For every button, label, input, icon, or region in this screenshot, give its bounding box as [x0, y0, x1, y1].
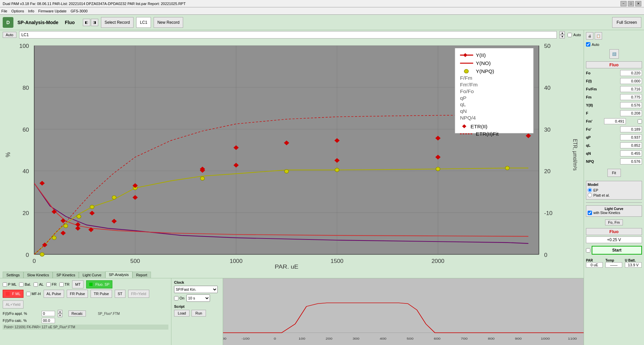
fluo-header: Fluo [586, 61, 642, 68]
tab-sp-kinetics[interactable]: SP Kinetics [53, 272, 79, 278]
auto-checkbox[interactable] [568, 33, 572, 37]
p-ml-check[interactable]: P ML [3, 282, 16, 287]
maximize-button[interactable]: □ [628, 1, 634, 6]
menu-options[interactable]: Options [11, 9, 24, 13]
menu-firmware[interactable]: Firmware Update [38, 9, 66, 13]
svg-text:ETR(II): ETR(II) [471, 124, 487, 129]
svg-text:40: 40 [22, 168, 29, 174]
toolbar: D SP-Analysis-Mode Fluo ◧ ◨ Select Recor… [0, 15, 644, 30]
svg-text:0: 0 [33, 258, 36, 264]
tab-bar: Settings Slow Kinetics SP Kinetics Light… [0, 270, 584, 278]
tab-sp-analysis[interactable]: SP-Analysis [105, 271, 132, 278]
fm-prime-checkbox[interactable] [638, 119, 642, 124]
f-ml-button[interactable]: F ML [3, 290, 23, 298]
mini-chart: 200 -100 0 100 200 300 400 500 600 700 8… [223, 278, 584, 345]
mf-h-checkbox[interactable] [26, 292, 31, 296]
svg-point-60 [505, 166, 509, 170]
fi-fo-calc-input[interactable] [42, 318, 55, 323]
tab-report[interactable]: Report [132, 272, 151, 278]
al-check[interactable]: AL [34, 282, 43, 287]
tr-checkbox[interactable] [59, 282, 64, 287]
clock-mode-select[interactable]: SP/Fast Kin. [174, 286, 218, 293]
menubar: File Options Info Firmware Update GFS-30… [0, 7, 644, 15]
ep-label: EP [593, 188, 598, 192]
svg-text:1500: 1500 [331, 258, 343, 264]
fr-checkbox[interactable] [46, 282, 51, 287]
close-button[interactable]: ✕ [635, 1, 641, 6]
record-name-input[interactable] [19, 31, 557, 39]
bal-check[interactable]: Bal. [19, 282, 31, 287]
new-record-button[interactable]: New Record [154, 17, 183, 28]
auto-right-checkbox[interactable] [586, 42, 590, 47]
fi-row: F(I) 0.000 [586, 78, 642, 84]
fi-fo-appl-down[interactable]: ▼ [58, 314, 62, 317]
svg-text:1100: 1100 [568, 337, 577, 340]
record-down-button[interactable]: ▼ [559, 35, 565, 39]
svg-text:30: 30 [544, 127, 550, 132]
recalc-button[interactable]: Recalc [68, 310, 86, 317]
al-checkbox[interactable] [34, 282, 38, 287]
on-checkbox[interactable] [174, 296, 178, 300]
select-record-button[interactable]: Select Record [101, 17, 133, 28]
svg-text:ETR(II)Fit: ETR(II)Fit [476, 131, 499, 137]
run-button[interactable]: Run [192, 310, 206, 317]
fi-fo-appl-label: F(I)/Fo appl. % [3, 312, 40, 316]
menu-gfs[interactable]: GFS-3000 [70, 9, 88, 13]
fr-pulse-button[interactable]: FR Pulse [67, 290, 88, 298]
fullscreen-button[interactable]: Full Screen [612, 17, 641, 28]
auto-button[interactable]: Auto [3, 32, 16, 38]
main-area: Auto ▲ ▼ Auto [0, 30, 644, 345]
par-temp-ubatt-row: PAR 0 uE Temp —— U Batt. 13.9 V [586, 258, 642, 268]
tr-pulse-button[interactable]: TR Pulse [91, 290, 112, 298]
fluo-label: Fluo [65, 20, 75, 25]
record-up-button[interactable]: ▲ [559, 31, 565, 35]
fi-fo-appl-up[interactable]: ▲ [58, 310, 62, 314]
svg-text:900: 900 [515, 337, 522, 340]
calculator-icon[interactable]: 🔢 [609, 49, 619, 59]
tr-check[interactable]: TR [59, 282, 70, 287]
svg-text:700: 700 [461, 337, 468, 340]
right-panel: 🖨 📋 Auto 🔢 Fluo Fo 0.220 F(I) 0.000 Fv/F… [584, 30, 644, 345]
fluo-sp-button[interactable]: Fluo. SP [86, 280, 112, 288]
tab-light-curve[interactable]: Light Curve [79, 272, 105, 278]
model-section: Model EP Platt et al. [586, 181, 642, 200]
fo-fm-button[interactable]: Fo, Fm [605, 219, 623, 225]
slow-kinetics-checkbox[interactable] [588, 211, 592, 215]
time-select[interactable]: 10 s [186, 294, 210, 302]
al-yield-button[interactable]: AL+Yield [3, 300, 23, 308]
print-icon[interactable]: 🖨 [586, 32, 593, 40]
bottom-panel: P ML Bal. AL FR [0, 278, 584, 345]
bal-checkbox[interactable] [19, 282, 23, 287]
al-pulse-button[interactable]: AL Pulse [44, 290, 64, 298]
ep-radio[interactable] [588, 188, 592, 192]
svg-text:F/Fm: F/Fm [460, 75, 473, 81]
tab-slow-kinetics[interactable]: Slow Kinetics [23, 272, 53, 278]
st-button[interactable]: ST [115, 290, 125, 298]
mt-button[interactable]: MT [72, 280, 84, 288]
yii-row: Y(II) 0.576 [586, 102, 642, 109]
fr-check[interactable]: FR [46, 282, 57, 287]
minimize-button[interactable]: − [621, 1, 627, 6]
svg-text:0: 0 [26, 252, 29, 258]
export-icon[interactable]: 📋 [595, 32, 602, 40]
fr-yield-button[interactable]: FR+Yield [128, 290, 149, 298]
svg-text:20: 20 [544, 168, 550, 174]
platt-radio[interactable] [588, 193, 592, 197]
start-checkbox[interactable] [586, 248, 590, 253]
menu-file[interactable]: File [1, 9, 7, 13]
load-button[interactable]: Load [174, 310, 190, 317]
menu-info[interactable]: Info [28, 9, 34, 13]
fi-fo-appl-input[interactable] [42, 311, 55, 316]
mf-h-check[interactable]: MF-H [26, 292, 41, 296]
start-button[interactable]: Start [592, 246, 642, 255]
page-icon-left[interactable]: ◧ [83, 19, 90, 26]
fit-button[interactable]: Fit [607, 169, 621, 177]
f-ml-label: F ML [12, 292, 20, 296]
npq-row: NPQ 0.576 [586, 158, 642, 165]
svg-text:qP: qP [460, 95, 467, 100]
fvfm-label: Fv/Fm [586, 87, 597, 91]
page-icon-right[interactable]: ◨ [91, 19, 98, 26]
qn-value: 0.455 [620, 150, 642, 156]
p-ml-checkbox[interactable] [3, 282, 7, 287]
tab-settings[interactable]: Settings [3, 272, 23, 278]
